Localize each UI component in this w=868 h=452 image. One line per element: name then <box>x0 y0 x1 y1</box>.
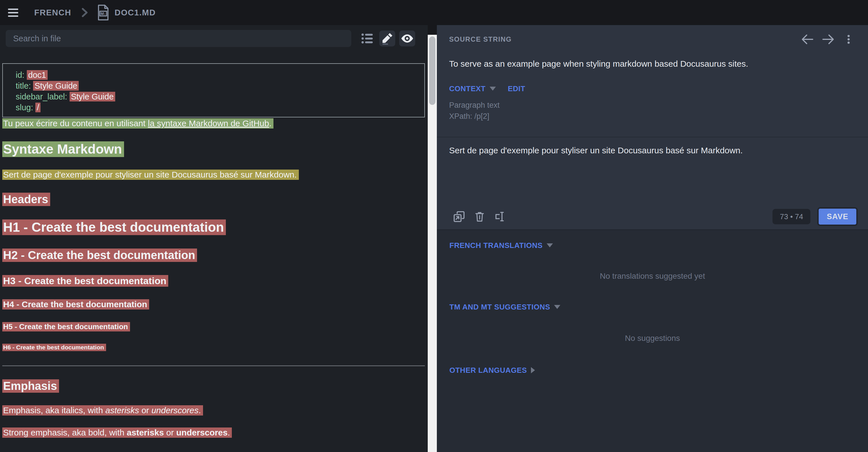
previous-string-button[interactable] <box>800 31 815 47</box>
document-panel: id: doc1title: Style Guidesidebar_label:… <box>0 25 428 452</box>
divider <box>437 137 868 137</box>
trash-icon <box>474 211 486 223</box>
chevron-right-icon <box>531 367 535 373</box>
doc-string-p[interactable]: Tu peux écrire du contenu en utilisant l… <box>2 118 428 129</box>
svg-text:M↓: M↓ <box>101 12 106 16</box>
frontmatter-box: id: doc1title: Style Guidesidebar_label:… <box>2 63 425 118</box>
source-section: SOURCE STRING To serve as an example pag… <box>437 25 868 229</box>
markdown-file-icon: M↓ <box>97 4 110 21</box>
copy-source-button[interactable] <box>451 208 467 225</box>
frontmatter-line[interactable]: slug: / <box>16 102 424 113</box>
context-type-text: Paragraph text <box>449 100 856 111</box>
source-string-label: SOURCE STRING <box>449 35 512 43</box>
arrow-left-icon <box>801 32 814 46</box>
frontmatter-line[interactable]: title: Style Guide <box>16 80 424 91</box>
chevron-down-icon <box>547 244 553 247</box>
suggestions-empty-text: No suggestions <box>450 334 856 343</box>
chevron-right-icon <box>82 8 88 18</box>
doc-string-h3[interactable]: H3 - Create the best documentation <box>2 273 428 288</box>
source-string-text: To serve as an example page when styling… <box>437 58 868 70</box>
document-scrollbar-track[interactable] <box>428 35 437 452</box>
more-menu-button[interactable] <box>841 31 857 47</box>
translation-action-bar: 73 • 74 SAVE <box>437 204 868 229</box>
doc-string-p[interactable]: Strong emphasis, aka bold, with asterisk… <box>2 427 428 439</box>
topbar: FRENCH M↓ DOC1.MD <box>0 0 868 25</box>
document-preview: id: doc1title: Style Guidesidebar_label:… <box>0 49 428 452</box>
save-button[interactable]: SAVE <box>817 207 858 226</box>
preview-mode-button[interactable] <box>399 31 415 46</box>
hamburger-icon <box>8 8 18 10</box>
doc-string-h1[interactable]: Syntaxe Markdown <box>2 140 428 158</box>
frontmatter-line[interactable]: sidebar_label: Style Guide <box>16 91 424 102</box>
suggestions-section: FRENCH TRANSLATIONS No translations sugg… <box>437 229 868 452</box>
next-string-button[interactable] <box>820 31 836 47</box>
edit-mode-button[interactable] <box>379 31 395 46</box>
text-cursor-icon <box>494 210 506 223</box>
doc-string-h5[interactable]: H5 - Create the best documentation <box>2 321 428 332</box>
kebab-menu-icon <box>843 34 854 45</box>
eye-icon <box>401 32 414 45</box>
french-translations-toggle[interactable]: FRENCH TRANSLATIONS <box>450 241 856 250</box>
doc-string-h2[interactable]: H2 - Create the best documentation <box>2 247 428 263</box>
breadcrumb-project[interactable]: FRENCH <box>34 8 71 18</box>
horizontal-rule <box>2 365 425 366</box>
file-toolbar <box>0 25 428 49</box>
search-input[interactable] <box>6 30 351 47</box>
breadcrumb-file[interactable]: DOC1.MD <box>115 8 156 18</box>
doc-string-h1[interactable]: H1 - Create the best documentation <box>2 218 428 236</box>
frontmatter-line[interactable]: id: doc1 <box>16 69 424 80</box>
context-toggle[interactable]: CONTEXT <box>449 84 496 93</box>
pencil-icon <box>381 32 394 45</box>
delete-translation-button[interactable] <box>472 208 488 225</box>
other-languages-toggle[interactable]: OTHER LANGUAGES <box>450 366 856 375</box>
translations-empty-text: No translations suggested yet <box>450 271 856 281</box>
arrow-right-icon <box>821 32 835 46</box>
hamburger-icon <box>8 12 18 13</box>
copy-icon <box>453 210 466 223</box>
doc-string-p[interactable]: Emphasis, aka italics, with asterisks or… <box>2 405 428 416</box>
translation-panel: SOURCE STRING To serve as an example pag… <box>437 25 868 452</box>
document-scrollbar-thumb[interactable] <box>429 36 435 105</box>
doc-string-h2[interactable]: Emphasis <box>2 378 428 394</box>
select-text-button[interactable] <box>492 208 508 225</box>
chevron-down-icon <box>554 305 560 309</box>
translation-input[interactable]: Sert de page d'exemple pour styliser un … <box>437 144 868 158</box>
context-xpath-text: XPath: /p[2] <box>449 111 856 122</box>
doc-string-h4[interactable]: H4 - Create the best documentation <box>2 298 428 311</box>
menu-button[interactable] <box>8 6 22 20</box>
tm-mt-suggestions-toggle[interactable]: TM AND MT SUGGESTIONS <box>450 302 856 312</box>
doc-string-h6[interactable]: H6 - Create the best documentation <box>2 343 428 352</box>
edit-context-button[interactable]: EDIT <box>508 84 525 93</box>
doc-string-p[interactable]: Sert de page d'exemple pour styliser un … <box>2 169 428 181</box>
doc-string-h2[interactable]: Headers <box>2 191 428 207</box>
strings-list-button[interactable] <box>359 31 375 46</box>
hamburger-icon <box>8 15 18 17</box>
list-icon <box>361 32 374 45</box>
char-count-badge: 73 • 74 <box>773 209 810 224</box>
chevron-down-icon <box>490 87 496 91</box>
